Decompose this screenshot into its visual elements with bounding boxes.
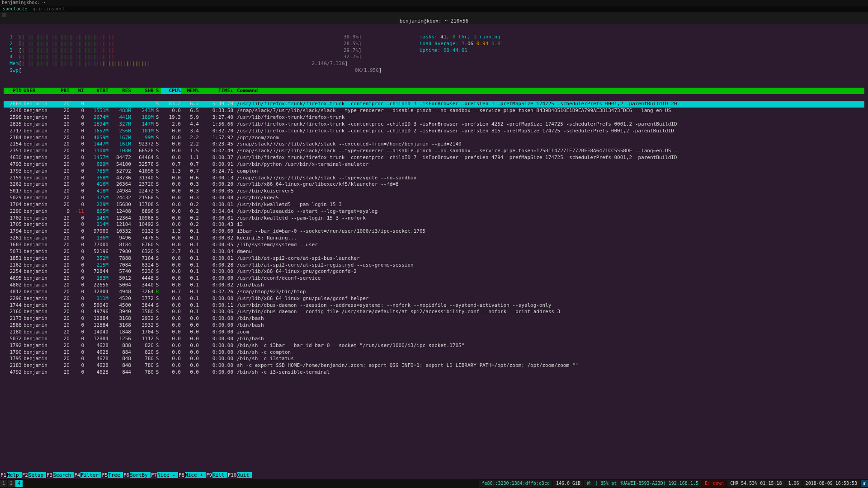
function-keys: F1Help F2Setup F3SearchF4FilterF5Tree F6…: [0, 472, 868, 478]
process-row[interactable]: 1702benjamin200145M1236410968S0.00.20:00…: [4, 215, 864, 222]
flabel-F8[interactable]: Nice +: [185, 472, 206, 478]
uptime-info: Uptime: 00:44:01: [420, 47, 864, 54]
flabel-F2[interactable]: Setup: [28, 472, 46, 478]
process-row[interactable]: 5029benjamin200375M2443221568S0.00.30:00…: [4, 195, 864, 202]
swp-meter: Swp[0K/1.95G]: [4, 67, 420, 74]
process-row[interactable]: 4793benjamin200629M5410032576S0.70.70:00…: [4, 161, 864, 168]
hdr-cmd[interactable]: Command: [235, 88, 864, 94]
title-bar: benjamin@kbox: ~: [0, 0, 868, 6]
tab-bar: spectacle g-ir-inspect: [0, 6, 868, 12]
status-bar: 124 fe80::3230:1384:dffb:c3cd 146.0 GiB …: [0, 479, 868, 488]
process-row[interactable]: 1792benjamin2004628888820S0.00.00:00.00/…: [4, 343, 864, 349]
process-row[interactable]: 1795benjamin2004628848780S0.00.00:00.00/…: [4, 356, 864, 362]
process-row[interactable]: 1794benjamin20097000103329132S1.30.10:00…: [4, 228, 864, 235]
cpu-meter-2: 2 [|||||||||||||||||||||||||||||||28.5%]: [4, 41, 420, 47]
process-row[interactable]: 3262benjamin200416M2636423720S0.00.30:00…: [4, 181, 864, 188]
process-row[interactable]: 2254benjamin2007284457405236S0.00.10:00.…: [4, 268, 864, 275]
fkey-F4: F4: [74, 472, 80, 478]
hdr-ni[interactable]: NI: [70, 88, 84, 94]
status-wifi: W: ( 85% at HUAWEI-B593-A23D) 192.168.1.…: [584, 480, 701, 487]
fkey-F6: F6: [123, 472, 130, 478]
hdr-user[interactable]: USER: [23, 88, 55, 94]
mem-meter: Mem[||||||||||||||||||||||||||||||||||||…: [4, 61, 420, 67]
tasks-info: Tasks: 41, 0 thr; 1 running: [420, 34, 864, 41]
status-tray-icon[interactable]: ◧: [861, 480, 868, 487]
process-row[interactable]: 2180benjamin2001404018481704S0.00.00:00.…: [4, 329, 864, 336]
process-row[interactable]: 2154benjamin2001447M161M92372S0.02.20:23…: [4, 141, 864, 148]
flabel-F7[interactable]: Nice -: [157, 472, 178, 478]
flabel-F1[interactable]: Help: [7, 472, 22, 478]
process-row[interactable]: 1851benjamin200352M78887164S0.00.10:00.0…: [4, 255, 864, 262]
process-row[interactable]: 2159benjamin200368M4373631340S0.00.60:00…: [4, 175, 864, 182]
fkey-F1: F1: [0, 472, 7, 478]
process-row[interactable]: 4792benjamin2004628844780S0.00.00:00.00/…: [4, 369, 864, 376]
fkey-F9: F9: [206, 472, 212, 478]
flabel-F5[interactable]: Tree: [108, 472, 123, 478]
process-row[interactable]: 4695benjamin200183M50124448S0.00.10:00.0…: [4, 275, 864, 282]
fkey-F3: F3: [46, 472, 53, 478]
fkey-F7: F7: [151, 472, 157, 478]
process-row[interactable]: 2348benjamin2001551M488M243MS0.06.50:33.…: [4, 108, 864, 114]
process-row[interactable]: 4802benjamin2002265650043440S0.00.10:00.…: [4, 282, 864, 289]
flabel-F9[interactable]: Kill: [212, 472, 227, 478]
process-row[interactable]: 2598benjamin2002674M441M189MS19.35.93:27…: [4, 114, 864, 121]
process-row[interactable]: 1790benjamin2004628884820S0.00.00:00.00/…: [4, 349, 864, 356]
cpu-meter-4: 4 [|||||||||||||||||||||||||||||||32.7%]: [4, 54, 420, 61]
fkey-F2: F2: [22, 472, 28, 478]
process-row[interactable]: 5072benjamin2001288412561112S0.00.00:00.…: [4, 336, 864, 343]
process-row[interactable]: 2183benjamin2004628848780S0.00.00:00.00s…: [4, 362, 864, 369]
hdr-pri[interactable]: PRI: [55, 88, 70, 94]
cpu-meter-1: 1 [|||||||||||||||||||||||||||||||30.9%]: [4, 34, 420, 41]
hdr-s[interactable]: S: [154, 88, 161, 94]
process-row[interactable]: 5071benjamin2005219679806320S2.70.10:00.…: [4, 249, 864, 255]
process-row[interactable]: 2351benjamin2001100M108M66528S0.01.50:02…: [4, 148, 864, 155]
process-row[interactable]: 2290benjamin9-11865M124088896S0.00.20:04…: [4, 208, 864, 215]
cpu-meter-3: 3 [|||||||||||||||||||||||||||||||29.7%]: [4, 47, 420, 54]
workspace-2[interactable]: 2: [8, 480, 15, 487]
status-load: 1.06: [786, 480, 802, 487]
process-row[interactable]: 2173benjamin2001288431682932S0.00.00:00.…: [4, 315, 864, 322]
status-eth: E: down: [702, 480, 726, 487]
hdr-cpu[interactable]: CPU%: [161, 88, 181, 94]
hdr-time[interactable]: TIME+: [199, 88, 235, 94]
status-date: 2018-08-09 16:53:53: [803, 480, 860, 487]
process-row[interactable]: 2588benjamin2001288431682932S0.00.00:00.…: [4, 322, 864, 329]
process-row[interactable]: 2162benjamin200215M70846324S0.00.10:00.2…: [4, 262, 864, 269]
hdr-pid[interactable]: PID: [4, 88, 23, 94]
process-row[interactable]: 2160benjamin2004979639403580S0.00.10:00.…: [4, 309, 864, 315]
tab-gir[interactable]: g-ir-inspect: [33, 6, 65, 12]
flabel-F3[interactable]: Search: [53, 472, 74, 478]
process-row[interactable]: 2717benjamin2001652M256M101MS0.03.40:32.…: [4, 128, 864, 135]
process-row[interactable]: 1683benjamin2007700081846760S0.00.10:00.…: [4, 242, 864, 249]
flabel-F6[interactable]: SortBy: [130, 472, 151, 478]
process-row[interactable]: 3261benjamin200136M94967476S0.00.10:00.0…: [4, 235, 864, 242]
window-title: benjamin@kbox: ~ 210x56: [0, 18, 868, 24]
process-row[interactable]: 2296benjamin200111M45203772S0.00.10:00.0…: [4, 296, 864, 302]
window-btn[interactable]: [2, 13, 6, 17]
process-row[interactable]: 2835benjamin2001894M327M147MS2.04.41:56.…: [4, 121, 864, 128]
fkey-F5: F5: [101, 472, 108, 478]
process-row[interactable]: 4630benjamin2001457M8447264464S0.01.10:0…: [4, 155, 864, 161]
process-row[interactable]: 2665benjamin2001908M506M150MS83.26.75:49…: [4, 101, 864, 108]
flabel-F10[interactable]: Quit: [237, 472, 252, 478]
workspace-1[interactable]: 1: [0, 480, 7, 487]
hdr-mem[interactable]: MEM%: [181, 88, 199, 94]
process-header[interactable]: PID USER PRI NI VIRT RES SHR S CPU% MEM%…: [4, 88, 864, 94]
process-row[interactable]: 1744benjamin2005004045003844S0.00.10:00.…: [4, 302, 864, 309]
tab-spectacle[interactable]: spectacle: [3, 6, 27, 12]
hdr-res[interactable]: RES: [108, 88, 131, 94]
process-row[interactable]: 4812benjamin2003280449483264R0.70.10:02.…: [4, 289, 864, 296]
process-row[interactable]: 1705benjamin200114M1210410492S0.00.20:00…: [4, 221, 864, 228]
status-ipv6: fe80::3230:1384:dffb:c3cd: [479, 480, 552, 487]
workspace-4[interactable]: 4: [15, 480, 23, 487]
process-row[interactable]: 5017benjamin200418M2498422472S0.00.30:00…: [4, 188, 864, 195]
process-row[interactable]: 1704benjamin200229M1568013708S0.00.20:00…: [4, 202, 864, 208]
hdr-virt[interactable]: VIRT: [84, 88, 108, 94]
process-row[interactable]: 2184benjamin2004059M167M99MS8.02.21:57.9…: [4, 135, 864, 141]
hdr-shr[interactable]: SHR: [131, 88, 154, 94]
process-row[interactable]: 1793benjamin200785M5279241096S1.30.70:24…: [4, 168, 864, 175]
flabel-F4[interactable]: Filter: [80, 472, 101, 478]
terminal-content[interactable]: 1 [|||||||||||||||||||||||||||||||30.9%]…: [0, 24, 868, 385]
fkey-F10: F10: [227, 472, 237, 478]
status-disk: 146.0 GiB: [553, 480, 583, 487]
